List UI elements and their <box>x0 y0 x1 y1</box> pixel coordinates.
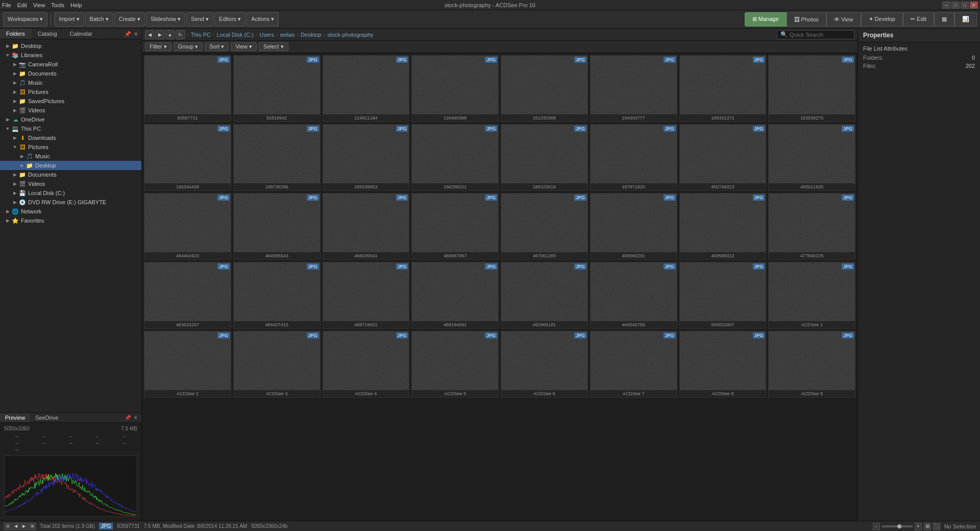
photo-thumb[interactable]: JPGACDSee 7 <box>590 331 677 398</box>
photo-thumb[interactable]: JPG489194691 <box>411 262 499 329</box>
photo-thumb[interactable]: JPG483633257 <box>144 262 231 329</box>
photo-thumb[interactable]: JPGACDSee 2 <box>144 331 231 398</box>
tree-arrow[interactable]: ▶ <box>11 135 18 140</box>
tree-item-pc-videos[interactable]: ▶ 🎬 Videos <box>0 179 141 188</box>
photo-thumb[interactable]: JPG464404923 <box>144 193 231 260</box>
slideshow-button[interactable]: Slideshow ▾ <box>146 12 185 27</box>
menu-edit[interactable]: Edit <box>17 2 27 8</box>
photo-thumb[interactable]: JPG467061265 <box>501 193 588 260</box>
photo-thumb[interactable]: JPGACDSee 1 <box>768 262 855 329</box>
menu-tools[interactable]: Tools <box>51 2 64 8</box>
tree-arrow[interactable]: ▶ <box>11 190 18 196</box>
photo-thumb[interactable]: JPG466967957 <box>411 193 499 260</box>
tree-item-pc-music[interactable]: ▶ 🎵 Music <box>0 152 141 161</box>
status-nav-prev[interactable]: ◀ <box>12 523 19 530</box>
photo-thumb[interactable]: JPG469560291 <box>590 193 677 260</box>
select-button[interactable]: Select ▾ <box>259 42 288 51</box>
photo-thumb[interactable]: JPG492906181 <box>501 262 588 329</box>
photo-thumb[interactable]: JPGACDSee 4 <box>323 331 410 398</box>
tree-item-dvd[interactable]: ▶ 💿 DVD RW Drive (E:) GIGABYTE <box>0 198 141 207</box>
tree-item-pc-desktop[interactable]: ▶ 📁 Desktop <box>0 161 141 170</box>
photo-thumb[interactable]: JPGACDSee 8 <box>679 331 767 398</box>
sort-button[interactable]: Sort ▾ <box>205 42 229 51</box>
zoom-in-button[interactable]: + <box>915 523 922 530</box>
photo-thumb[interactable]: JPG92816942 <box>233 55 321 122</box>
photo-thumb[interactable]: JPG168730296 <box>233 124 321 191</box>
filter-button[interactable]: Filter ▾ <box>145 42 172 51</box>
menu-view[interactable]: View <box>33 2 45 8</box>
photo-thumb[interactable]: JPG466035641 <box>323 193 410 260</box>
tree-arrow[interactable]: ▶ <box>18 163 26 168</box>
photo-thumb[interactable]: JPG154003777 <box>590 55 677 122</box>
group-button[interactable]: Group ▾ <box>174 42 203 51</box>
tree-item-libraries[interactable]: ▼ 📚 Libraries <box>0 51 141 60</box>
tree-item-localdisk[interactable]: ▶ 💾 Local Disk (C:) <box>0 188 141 198</box>
close-button[interactable]: ✕ <box>970 2 978 9</box>
photo-thumb[interactable]: JPG124811184 <box>323 55 410 122</box>
preview-close-button[interactable]: ✕ <box>132 414 139 421</box>
tree-arrow[interactable]: ▶ <box>11 62 18 67</box>
tree-item-pictures[interactable]: ▶ 🖼 Pictures <box>0 87 141 96</box>
editors-button[interactable]: Editors ▾ <box>214 12 246 27</box>
tree-arrow[interactable]: ▼ <box>4 53 11 58</box>
tree-item-network[interactable]: ▶ 🌐 Network <box>0 207 141 216</box>
tree-item-savedpictures[interactable]: ▶ 📁 SavedPictures <box>0 96 141 106</box>
mode-manage[interactable]: ⊞ Manage <box>745 12 787 27</box>
view-button[interactable]: View ▾ <box>231 42 257 51</box>
batch-button[interactable]: Batch ▾ <box>85 12 113 27</box>
zoom-fill-button[interactable]: ⬛ <box>933 523 940 530</box>
mode-view[interactable]: 👁 View <box>826 12 861 27</box>
photo-thumb[interactable]: JPGACDSee 5 <box>411 331 499 398</box>
photo-thumb[interactable]: JPG450746023 <box>679 124 767 191</box>
tree-item-thispc[interactable]: ▼ 💻 This PC <box>0 124 141 133</box>
panel-pin-button[interactable]: 📌 <box>124 30 131 37</box>
tree-arrow[interactable]: ▶ <box>11 71 18 76</box>
bc-folder[interactable]: stock-photography <box>327 32 374 38</box>
photo-thumb[interactable]: JPG494540783 <box>590 262 677 329</box>
zoom-thumb[interactable] <box>897 524 901 528</box>
tree-arrow[interactable]: ▼ <box>4 126 11 131</box>
tree-item-pc-documents[interactable]: ▶ 📁 Documents <box>0 170 141 179</box>
create-button[interactable]: Create ▾ <box>114 12 145 27</box>
bc-thispc[interactable]: This PC <box>191 32 211 38</box>
preview-pin-button[interactable]: 📌 <box>124 414 131 421</box>
import-button[interactable]: Import ▾ <box>54 12 84 27</box>
nav-back-button[interactable]: ◀ <box>145 30 154 39</box>
photo-thumb[interactable]: JPG477840378 <box>768 193 855 260</box>
tree-arrow[interactable]: ▶ <box>11 89 18 94</box>
tree-item-documents[interactable]: ▶ 📁 Documents <box>0 69 141 78</box>
tree-arrow[interactable]: ▶ <box>4 218 11 223</box>
menu-bar[interactable]: File Edit View Tools Help <box>2 2 82 8</box>
tree-item-cameraroll[interactable]: ▶ 📷 CameraRoll <box>0 60 141 69</box>
photo-thumb[interactable]: JPG469589013 <box>679 193 767 260</box>
panel-close-button[interactable]: ✕ <box>132 30 139 37</box>
photo-thumb[interactable]: JPG83597731 <box>144 55 231 122</box>
photo-thumb[interactable]: JPGACDSee 9 <box>768 331 855 398</box>
photo-thumb[interactable]: JPG186323616 <box>501 124 588 191</box>
photo-thumb[interactable]: JPG484427415 <box>233 262 321 329</box>
tree-item-music[interactable]: ▶ 🎵 Music <box>0 78 141 87</box>
tab-catalog[interactable]: Catalog <box>32 29 64 39</box>
nav-up-button[interactable]: ▲ <box>165 30 175 39</box>
window-controls[interactable]: ─ □ □ ✕ <box>942 2 978 9</box>
tree-arrow[interactable]: ▶ <box>11 108 18 113</box>
tree-item-desktop[interactable]: ▶ 📁 Desktop <box>0 41 141 51</box>
search-input[interactable] <box>790 32 851 38</box>
send-button[interactable]: Send ▾ <box>186 12 213 27</box>
minimize-button[interactable]: ─ <box>942 2 950 9</box>
photo-thumb[interactable]: JPG464595643 <box>233 193 321 260</box>
photo-thumb[interactable]: JPG187971820 <box>590 124 677 191</box>
tree-item-videos[interactable]: ▶ 🎬 Videos <box>0 106 141 115</box>
photo-grid[interactable]: JPG83597731JPG92816942JPG124811184JPG126… <box>142 53 857 521</box>
bc-users[interactable]: Users <box>259 32 274 38</box>
bc-localdisk[interactable]: Local Disk (C:) <box>216 32 253 38</box>
menu-file[interactable]: File <box>2 2 11 8</box>
photo-thumb[interactable]: JPG126460368 <box>411 55 499 122</box>
zoom-out-button[interactable]: - <box>873 523 880 530</box>
tree-arrow[interactable]: ▶ <box>4 209 11 214</box>
mode-extra2[interactable]: 📊 <box>954 12 977 27</box>
zoom-slider[interactable] <box>882 525 913 527</box>
menu-help[interactable]: Help <box>70 2 82 8</box>
tree-arrow[interactable]: ▶ <box>18 154 26 159</box>
tree-item-onedrive[interactable]: ▶ ☁ OneDrive <box>0 115 141 124</box>
